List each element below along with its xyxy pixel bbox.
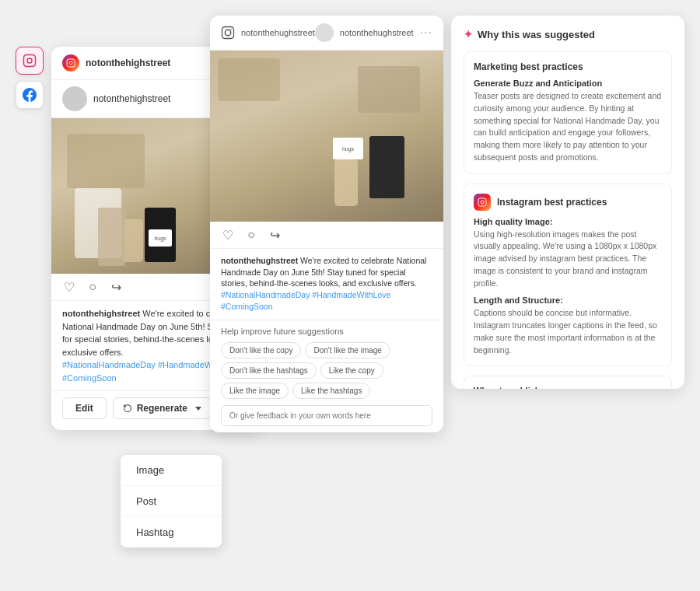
- feedback-buttons: Don't like the copy Don't like the image…: [221, 342, 432, 399]
- center-avatar: [315, 23, 334, 42]
- left-panel-username: notonthehighstreet: [86, 58, 170, 68]
- center-post-caption: notonthehughstreet We're excited to cele…: [210, 249, 443, 320]
- caption-username: notonthehighstreet: [62, 309, 140, 318]
- svg-point-1: [27, 58, 32, 63]
- feedback-btn-5[interactable]: Like the hashtags: [292, 383, 370, 399]
- insta-subtitle1: High quality Image:: [474, 217, 662, 226]
- insta-subtitle2: Length and Structure:: [474, 296, 662, 305]
- candle-label: hugs: [149, 229, 172, 247]
- svg-rect-0: [24, 55, 36, 67]
- svg-rect-3: [67, 59, 75, 67]
- center-post-panel: notonthehughstreet notonthehughstreet ··…: [210, 16, 443, 432]
- jar-decoration: [121, 219, 143, 262]
- feedback-input[interactable]: [221, 405, 432, 426]
- feedback-btn-2[interactable]: Don't like the hashtags: [221, 362, 317, 379]
- icon-sidebar: [16, 47, 44, 109]
- center-username: notonthehughstreet: [241, 28, 315, 37]
- svg-point-4: [69, 61, 72, 65]
- feedback-section: Help improve future suggestions Don't li…: [210, 320, 443, 432]
- avatar-instagram-icon: [62, 54, 79, 72]
- share-icon[interactable]: ↪: [109, 280, 123, 294]
- box-deco: [218, 58, 280, 101]
- center-username2: notonthehughstreet: [340, 28, 414, 37]
- marketing-text: Teaser posts are designed to create exci…: [474, 90, 662, 164]
- center-post-image: hugs: [210, 51, 443, 222]
- jar-deco2: [334, 159, 358, 206]
- heart-icon[interactable]: ♡: [62, 280, 76, 294]
- center-comment-icon[interactable]: ○: [244, 228, 258, 242]
- center-heart-icon[interactable]: ♡: [221, 228, 235, 242]
- right-panel-title: ✦ Why this was suggested: [464, 28, 672, 40]
- marketing-title: Marketing best practices: [474, 61, 662, 72]
- candle-label2: hugs: [333, 138, 363, 159]
- svg-point-8: [230, 29, 232, 30]
- avatar: [62, 86, 87, 111]
- regenerate-button[interactable]: Regenerate: [113, 397, 212, 419]
- instagram-tab[interactable]: [16, 47, 44, 75]
- when-to-publish-card: When to publish Publish on Wednesday Jun…: [464, 376, 672, 389]
- svg-point-5: [72, 61, 73, 61]
- center-header-right: notonthehughstreet ···: [315, 23, 432, 42]
- marketing-card: Marketing best practices Generate Buzz a…: [464, 51, 672, 174]
- svg-point-11: [484, 199, 485, 200]
- dropdown-post[interactable]: Post: [121, 486, 222, 517]
- dropdown-image[interactable]: Image: [121, 455, 222, 486]
- instagram-logo-small: [221, 26, 235, 40]
- feedback-btn-4[interactable]: Like the image: [221, 383, 289, 399]
- box-decoration: [67, 134, 145, 188]
- sparkle-icon: ✦: [464, 28, 473, 40]
- instagram-icon-circle: [474, 194, 491, 211]
- three-dots-icon[interactable]: ···: [420, 26, 432, 40]
- svg-point-7: [225, 30, 231, 36]
- insta-text2: Captions should be concise but informati…: [474, 307, 662, 356]
- facebook-tab[interactable]: [16, 81, 44, 109]
- publish-title: When to publish: [474, 386, 662, 389]
- instagram-best-practices-card: Instagram best practices High quality Im…: [464, 184, 672, 367]
- center-post-actions: ♡ ○ ↪: [210, 222, 443, 249]
- svg-rect-9: [478, 198, 486, 206]
- feedback-title: Help improve future suggestions: [221, 327, 432, 336]
- insta-text1: Using high-resolution images makes the p…: [474, 229, 662, 290]
- regenerate-label: Regenerate: [137, 403, 187, 414]
- center-panel-header: notonthehughstreet notonthehughstreet ··…: [210, 16, 443, 51]
- comment-icon[interactable]: ○: [86, 280, 100, 294]
- insta-section-title: Instagram best practices: [497, 197, 607, 208]
- dropdown-hashtag[interactable]: Hashtag: [121, 517, 222, 547]
- center-share-icon[interactable]: ↪: [268, 228, 282, 242]
- svg-rect-6: [222, 27, 234, 39]
- right-panel-title-text: Why this was suggested: [478, 29, 595, 40]
- center-caption-username: notonthehughstreet: [221, 256, 298, 265]
- edit-button[interactable]: Edit: [62, 397, 107, 419]
- feedback-btn-0[interactable]: Don't like the copy: [221, 342, 301, 358]
- candle-deco2: hugs: [369, 136, 404, 198]
- insta-section-header: Instagram best practices: [474, 194, 662, 211]
- feedback-btn-3[interactable]: Like the copy: [320, 362, 383, 379]
- left-avatar-username: notonthehighstreet: [93, 93, 170, 104]
- regenerate-dropdown: Image Post Hashtag: [121, 455, 222, 547]
- feedback-btn-1[interactable]: Don't like the image: [305, 342, 390, 358]
- center-caption-hashtags: #NationalHandmadeDay #HandmadeWithLove #…: [221, 290, 390, 311]
- center-panel-left: notonthehughstreet: [221, 26, 315, 40]
- right-panel: ✦ Why this was suggested Marketing best …: [451, 16, 684, 389]
- svg-point-10: [481, 201, 484, 204]
- chevron-down-icon: [195, 407, 201, 411]
- marketing-subtitle: Generate Buzz and Anticipation: [474, 79, 662, 88]
- svg-point-2: [33, 58, 33, 58]
